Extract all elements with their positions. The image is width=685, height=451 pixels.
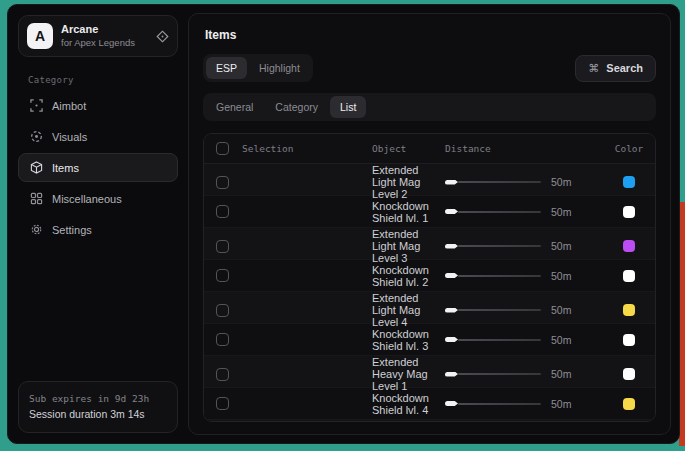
slider-thumb[interactable]: [445, 308, 458, 313]
table-row: Backpack lvl. 1 50m: [204, 420, 655, 422]
sidebar: A Arcane for Apex Legends Category: [16, 13, 182, 435]
color-swatch[interactable]: [623, 270, 635, 282]
table-row: Extended Light Mag Level 4 50m: [204, 292, 655, 324]
sidebar-item-miscellaneous[interactable]: Miscellaneous: [18, 184, 178, 213]
distance-slider[interactable]: [445, 337, 541, 342]
table-body: Extended Light Mag Level 2 50m Knockdown…: [204, 164, 655, 422]
row-checkbox[interactable]: [216, 240, 229, 253]
select-all-checkbox[interactable]: [216, 142, 229, 155]
tab-category[interactable]: Category: [265, 96, 328, 118]
slider-thumb[interactable]: [445, 401, 458, 406]
table-row: Extended Light Mag Level 2 50m: [204, 164, 655, 196]
table-row: Knockdown Shield lvl. 1 50m: [204, 196, 655, 228]
distance-cell: 50m: [445, 206, 603, 218]
color-swatch[interactable]: [623, 304, 635, 316]
gear-icon: [29, 223, 43, 236]
items-table: Selection Object Distance Color Extended…: [203, 133, 656, 422]
package-icon: [29, 161, 43, 174]
distance-slider[interactable]: [445, 180, 541, 185]
distance-slider[interactable]: [445, 209, 541, 214]
table-row: Knockdown Shield lvl. 4 50m: [204, 388, 655, 420]
object-name: Extended Heavy Mag Level 1: [372, 356, 445, 392]
distance-slider[interactable]: [445, 244, 541, 249]
sidebar-item-visuals[interactable]: Visuals: [18, 122, 178, 151]
distance-value: 50m: [551, 176, 571, 188]
slider-thumb[interactable]: [445, 337, 458, 342]
search-button[interactable]: ⌘ Search: [575, 55, 656, 82]
object-name: Extended Light Mag Level 3: [372, 228, 445, 264]
sidebar-item-label: Aimbot: [52, 100, 86, 112]
slider-track: [458, 181, 541, 183]
slider-track: [458, 275, 541, 277]
row-checkbox[interactable]: [216, 368, 229, 381]
color-swatch[interactable]: [623, 176, 635, 188]
sub-expires-text: Sub expires in 9d 23h: [29, 391, 167, 406]
tab-highlight[interactable]: Highlight: [249, 57, 310, 79]
row-checkbox[interactable]: [216, 304, 229, 317]
column-header-distance: Distance: [445, 143, 603, 154]
slider-thumb[interactable]: [445, 244, 458, 249]
sidebar-item-label: Miscellaneous: [52, 193, 122, 205]
focus-icon: [29, 130, 43, 143]
tab-list[interactable]: List: [330, 96, 366, 118]
diamond-icon[interactable]: [156, 30, 169, 43]
table-row: Knockdown Shield lvl. 3 50m: [204, 324, 655, 356]
distance-value: 50m: [551, 270, 571, 282]
distance-value: 50m: [551, 334, 571, 346]
distance-value: 50m: [551, 240, 571, 252]
page-title: Items: [205, 28, 656, 42]
slider-track: [458, 339, 541, 341]
column-header-color: Color: [603, 143, 655, 154]
distance-value: 50m: [551, 206, 571, 218]
table-row: Extended Heavy Mag Level 1 50m: [204, 356, 655, 388]
object-name: Extended Light Mag Level 4: [372, 292, 445, 328]
distance-cell: 50m: [445, 270, 603, 282]
distance-slider[interactable]: [445, 372, 541, 377]
slider-track: [458, 403, 541, 405]
row-checkbox[interactable]: [216, 397, 229, 410]
table-row: Extended Light Mag Level 3 50m: [204, 228, 655, 260]
distance-cell: 50m: [445, 368, 603, 380]
row-checkbox[interactable]: [216, 269, 229, 282]
tab-esp[interactable]: ESP: [206, 57, 247, 79]
sidebar-item-settings[interactable]: Settings: [18, 215, 178, 244]
table-header-row: Selection Object Distance Color: [204, 134, 655, 164]
color-swatch[interactable]: [623, 368, 635, 380]
distance-value: 50m: [551, 304, 571, 316]
distance-slider[interactable]: [445, 308, 541, 313]
row-checkbox[interactable]: [216, 176, 229, 189]
sidebar-item-aimbot[interactable]: Aimbot: [18, 91, 178, 120]
distance-slider[interactable]: [445, 401, 541, 406]
distance-value: 50m: [551, 398, 571, 410]
slider-thumb[interactable]: [445, 372, 458, 377]
slider-thumb[interactable]: [445, 273, 458, 278]
tab-general[interactable]: General: [206, 96, 263, 118]
subscription-info-card: Sub expires in 9d 23h Session duration 3…: [18, 381, 178, 433]
color-swatch[interactable]: [623, 398, 635, 410]
row-checkbox[interactable]: [216, 333, 229, 346]
slider-thumb[interactable]: [445, 180, 458, 185]
app-logo: A: [27, 23, 53, 49]
category-section-label: Category: [28, 75, 178, 85]
column-header-object: Object: [372, 143, 445, 154]
slider-track: [458, 245, 541, 247]
distance-cell: 50m: [445, 176, 603, 188]
sidebar-item-items[interactable]: Items: [18, 153, 178, 182]
slider-track: [458, 309, 541, 311]
table-row: Knockdown Shield lvl. 2 50m: [204, 260, 655, 292]
object-name: Knockdown Shield lvl. 4: [372, 392, 445, 416]
app-subtitle: for Apex Legends: [61, 37, 148, 49]
sidebar-item-label: Settings: [52, 224, 92, 236]
app-title: Arcane: [61, 23, 148, 37]
distance-slider[interactable]: [445, 273, 541, 278]
color-swatch[interactable]: [623, 334, 635, 346]
app-window: A Arcane for Apex Legends Category: [7, 4, 680, 444]
distance-cell: 50m: [445, 240, 603, 252]
slider-thumb[interactable]: [445, 209, 458, 214]
color-swatch[interactable]: [623, 206, 635, 218]
crosshair-icon: [29, 99, 43, 112]
sidebar-nav: Aimbot Visuals Items: [18, 91, 178, 244]
slider-track: [458, 373, 541, 375]
color-swatch[interactable]: [623, 240, 635, 252]
row-checkbox[interactable]: [216, 205, 229, 218]
